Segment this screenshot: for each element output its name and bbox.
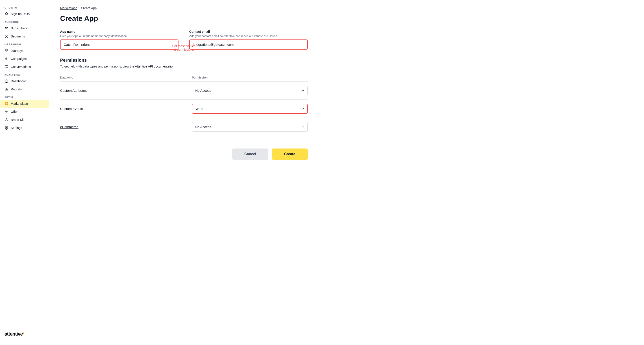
table-row: eCommerceNo AccessReadWrite (60, 118, 308, 136)
svg-point-19 (6, 127, 7, 128)
campaign-icon (4, 57, 8, 61)
chat-icon (4, 65, 8, 69)
breadcrumb-current: Create App (81, 6, 97, 10)
sidebar: GROWTH Sign-up Units AUDIENCE Subscriber… (0, 0, 49, 345)
sidebar-item-journeys[interactable]: Journeys (0, 47, 49, 55)
permission-select[interactable]: No AccessReadWrite (192, 104, 308, 114)
segment-icon (4, 34, 8, 38)
breadcrumb-separator: › (78, 6, 80, 10)
cancel-button[interactable]: Cancel (232, 149, 268, 160)
sidebar-label-marketplace: Marketplace (11, 102, 28, 105)
sidebar-label-journeys: Journeys (11, 49, 24, 53)
data-type-cell: eCommerce (60, 118, 192, 136)
permissions-section: Permissions To get help with data types … (60, 58, 308, 160)
permissions-description: To get help with data types and permissi… (60, 65, 308, 68)
main-content: Marketplace › Create App Create App App … (49, 0, 644, 345)
table-row: Custom AttributesNo AccessReadWrite (60, 82, 308, 100)
sidebar-item-conversations[interactable]: Conversations (0, 63, 49, 71)
rocket-icon (4, 12, 8, 16)
settings-icon (4, 126, 8, 130)
offers-icon (4, 110, 8, 114)
sidebar-item-marketplace[interactable]: Marketplace (0, 100, 49, 108)
app-name-group: App name Give your App a unique name for… (60, 30, 178, 50)
data-type-cell: Custom Attributes (60, 82, 192, 100)
svg-rect-7 (5, 51, 6, 52)
svg-rect-6 (7, 51, 8, 52)
sidebar-section-messaging: MESSAGING (0, 40, 49, 47)
svg-rect-15 (7, 102, 8, 104)
permission-cell: No AccessReadWrite (192, 82, 308, 100)
svg-rect-17 (7, 104, 8, 105)
sidebar-item-brand-kit[interactable]: Brand Kit (0, 116, 49, 124)
contact-email-group: Contact email Add your contact email so … (189, 30, 308, 50)
svg-rect-16 (5, 104, 6, 105)
data-type-link[interactable]: Custom Events (60, 107, 83, 111)
api-docs-link[interactable]: Attentive API documentation. (135, 65, 175, 68)
svg-point-18 (6, 119, 7, 120)
sidebar-label-signup-units: Sign-up Units (11, 12, 30, 16)
svg-rect-5 (7, 49, 8, 51)
data-type-cell: Custom Events (60, 100, 192, 118)
sidebar-label-dashboard: Dashboard (11, 79, 26, 83)
sidebar-section-analytics: ANALYTICS (0, 71, 49, 77)
sidebar-item-segments[interactable]: Segments (0, 32, 49, 40)
permissions-title: Permissions (60, 58, 308, 63)
people-icon (4, 26, 8, 30)
attentive-logo: attentive* (0, 326, 49, 341)
sidebar-section-audience: AUDIENCE (0, 18, 49, 24)
sidebar-item-campaigns[interactable]: Campaigns (0, 55, 49, 63)
sidebar-item-subscribers[interactable]: Subscribers (0, 24, 49, 32)
svg-rect-4 (5, 49, 6, 51)
app-name-label: App name (60, 30, 178, 34)
reports-icon (4, 87, 8, 91)
contact-email-input[interactable] (189, 40, 308, 50)
sidebar-item-reports[interactable]: Reports (0, 85, 49, 93)
permission-cell: No AccessReadWrite (192, 118, 308, 136)
svg-point-0 (6, 27, 6, 28)
create-button[interactable]: Create (272, 149, 308, 160)
sidebar-label-offers: Offers (11, 110, 19, 114)
breadcrumb: Marketplace › Create App (60, 6, 308, 10)
form-fields-row: App name Give your App a unique name for… (60, 30, 308, 50)
sidebar-label-brand-kit: Brand Kit (11, 118, 24, 122)
sidebar-item-settings[interactable]: Settings (0, 124, 49, 132)
sidebar-label-reports: Reports (11, 88, 22, 91)
sidebar-section-setup: SETUP (0, 93, 49, 100)
sidebar-label-segments: Segments (11, 35, 25, 38)
data-type-link[interactable]: Custom Attributes (60, 89, 86, 92)
permission-cell: No AccessReadWrite (192, 100, 308, 118)
contact-email-label: Contact email (189, 30, 308, 34)
page-title: Create App (60, 14, 308, 23)
permission-select[interactable]: No AccessReadWrite (192, 86, 308, 95)
dashboard-icon (4, 79, 8, 83)
permissions-table: Data type Permission Custom AttributesNo… (60, 74, 308, 136)
breadcrumb-parent[interactable]: Marketplace (60, 6, 77, 10)
col-permission: Permission (192, 74, 308, 82)
journey-icon (4, 49, 8, 53)
contact-email-hint: Add your contact email so Attentive can … (189, 34, 308, 38)
app-name-hint: Give your App a unique name for easy ide… (60, 34, 178, 38)
sidebar-item-dashboard[interactable]: Dashboard (0, 77, 49, 85)
col-data-type: Data type (60, 74, 192, 82)
button-row: Cancel Create (60, 143, 308, 160)
data-type-link[interactable]: eCommerce (60, 125, 78, 129)
app-name-input[interactable] (60, 40, 178, 50)
sidebar-section-growth: GROWTH (0, 4, 49, 10)
svg-rect-14 (5, 102, 6, 104)
table-row: Custom EventsNo AccessReadWrite (60, 100, 308, 118)
marketplace-icon (4, 102, 8, 106)
sidebar-label-conversations: Conversations (11, 65, 31, 69)
brandkit-icon (4, 118, 8, 122)
sidebar-label-subscribers: Subscribers (11, 27, 27, 30)
sidebar-item-offers[interactable]: Offers (0, 108, 49, 116)
sidebar-item-signup-units[interactable]: Sign-up Units (0, 10, 49, 18)
sidebar-label-campaigns: Campaigns (11, 57, 27, 61)
sidebar-label-settings: Settings (11, 126, 22, 130)
permission-select[interactable]: No AccessReadWrite (192, 122, 308, 132)
svg-marker-8 (5, 58, 6, 60)
